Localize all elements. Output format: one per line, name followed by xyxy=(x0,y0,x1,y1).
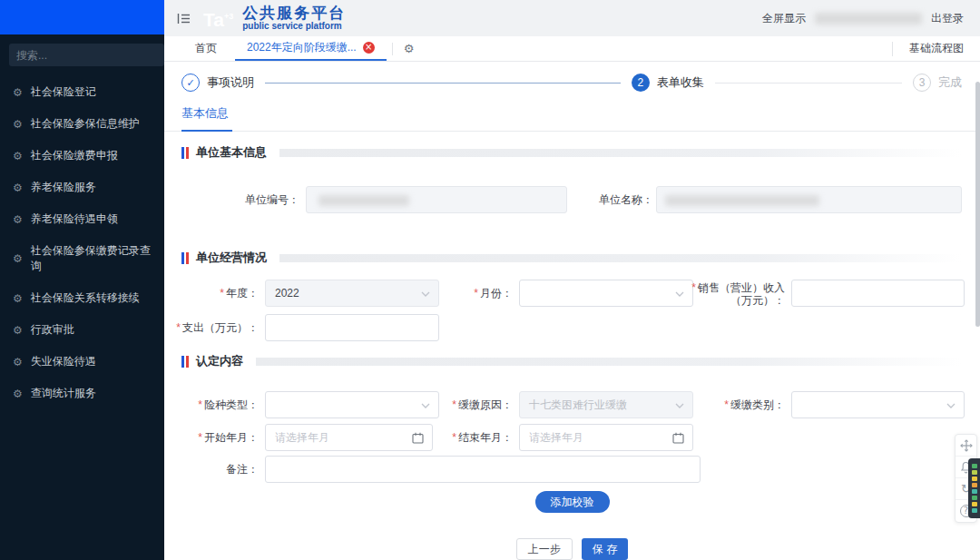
sidebar-item[interactable]: ⚙ 社会保险关系转移接续 xyxy=(0,283,164,313)
expense-input[interactable] xyxy=(266,315,438,340)
section-rule xyxy=(279,254,962,262)
remark-input[interactable] xyxy=(266,457,700,482)
tab-settings-gear-icon[interactable]: ⚙ xyxy=(404,42,415,55)
vertical-scrollbar-thumb[interactable] xyxy=(975,82,980,327)
section-unit-basic-header: 单位基本信息 xyxy=(181,146,962,159)
defer-reason-select[interactable]: 十七类困难行业缓缴 xyxy=(519,391,693,418)
sidebar-item[interactable]: ⚙ 养老保险待遇申领 xyxy=(0,204,164,234)
sidebar-item-label: 养老保险待遇申领 xyxy=(31,211,118,227)
section-unit-operation-header: 单位经营情况 xyxy=(181,251,962,264)
section-unit-basic-title: 单位基本信息 xyxy=(196,144,267,161)
year-label: *年度： xyxy=(164,280,259,307)
expense-input-wrap xyxy=(265,314,439,341)
defer-reason-label: *缓缴原因： xyxy=(400,391,513,418)
tab-bar: 首页 2022年定向阶段缓缴... × ⚙ 基础流程图 xyxy=(164,36,980,62)
save-button[interactable]: 保 存 xyxy=(582,538,628,560)
sidebar-item-label: 社会保险登记 xyxy=(31,84,96,100)
sidebar-item[interactable]: ⚙ 失业保险待遇 xyxy=(0,347,164,377)
tab-basic-info[interactable]: 基本信息 xyxy=(181,102,232,132)
search-input[interactable] xyxy=(9,44,164,66)
defer-category-select[interactable] xyxy=(791,391,965,418)
step-1: ✓ 事项说明 xyxy=(181,74,254,92)
section-rule xyxy=(256,358,962,366)
sidebar-item-label: 社会保险参保信息维护 xyxy=(31,116,140,132)
row-unit-basic: 单位编号： 单位名称： xyxy=(164,186,980,213)
gear-icon: ⚙ xyxy=(13,388,23,399)
defer-category-label: *缓缴类别： xyxy=(672,391,785,418)
colorful-side-badge[interactable] xyxy=(968,458,980,518)
section-bar-icon xyxy=(181,356,189,368)
section-bar-icon xyxy=(181,252,189,264)
end-month-picker[interactable] xyxy=(519,424,693,451)
gear-icon: ⚙ xyxy=(13,151,23,162)
gear-icon: ⚙ xyxy=(13,293,23,304)
month-label: *月份： xyxy=(400,280,513,307)
form-tab-row: 基本信息 xyxy=(164,102,980,132)
sidebar-item-label: 养老保险服务 xyxy=(31,180,96,195)
sidebar-item[interactable]: ⚙ 行政审批 xyxy=(0,315,164,345)
section-determination-header: 认定内容 xyxy=(181,355,962,368)
gear-icon: ⚙ xyxy=(13,357,23,368)
row-operation-2: *支出（万元）： xyxy=(164,314,980,341)
sidebar-item[interactable]: ⚙ 查询统计服务 xyxy=(0,378,164,408)
tab-close-icon[interactable]: × xyxy=(363,42,375,54)
tab-divider xyxy=(392,43,393,55)
remark-label: 备注： xyxy=(164,456,259,483)
sidebar-menu: ⚙ 社会保险登记 ⚙ 社会保险参保信息维护 ⚙ 社会保险缴费申报 ⚙ 养老保险服… xyxy=(0,77,164,408)
add-validation-button[interactable]: 添加校验 xyxy=(535,491,610,513)
sidebar-item-label: 失业保险待遇 xyxy=(31,354,96,369)
start-month-input[interactable] xyxy=(266,425,405,450)
platform-logo: Ta+3 xyxy=(203,7,233,29)
sidebar-item-label: 社会保险参保缴费记录查询 xyxy=(31,243,152,274)
section-bar-icon xyxy=(181,147,189,159)
month-select[interactable] xyxy=(519,280,693,307)
gear-icon: ⚙ xyxy=(13,214,23,225)
gear-icon: ⚙ xyxy=(13,253,23,264)
sidebar-item[interactable]: ⚙ 社会保险参保信息维护 xyxy=(0,109,164,139)
main-area: Ta+3 公共服务平台 public service platform 全屏显示… xyxy=(164,0,980,560)
move-tool-icon[interactable] xyxy=(956,435,976,457)
step-3: 3 完成 xyxy=(913,74,962,92)
section-determination-title: 认定内容 xyxy=(196,353,243,369)
tab-home[interactable]: 首页 xyxy=(177,36,235,61)
remark-input-wrap xyxy=(265,456,701,483)
sidebar-item[interactable]: ⚙ 社会保险登记 xyxy=(0,77,164,107)
row-determination-3: 备注： xyxy=(164,456,980,483)
step-1-check-icon: ✓ xyxy=(181,74,200,92)
gear-icon: ⚙ xyxy=(13,182,23,193)
income-label: *销售（营业）收入 （万元）： xyxy=(672,280,785,307)
app-title: 公共服务平台 xyxy=(242,5,346,22)
previous-step-button[interactable]: 上一步 xyxy=(516,538,573,560)
row-determination-2: *开始年月： *结束年月： xyxy=(164,424,980,451)
logout-button[interactable]: 出登录 xyxy=(931,11,964,26)
end-month-label: *结束年月： xyxy=(400,424,513,451)
step-2-label: 表单收集 xyxy=(657,74,704,91)
sidebar-item-label: 社会保险缴费申报 xyxy=(31,148,118,163)
step-3-number: 3 xyxy=(913,74,931,92)
fullscreen-button[interactable]: 全屏显示 xyxy=(762,11,806,26)
end-month-input[interactable] xyxy=(520,425,665,450)
step-2-number: 2 xyxy=(632,74,650,92)
step-line-wait xyxy=(715,83,902,84)
insurance-type-label: *险种类型： xyxy=(164,391,259,418)
sidebar-item[interactable]: ⚙ 社会保险缴费申报 xyxy=(0,141,164,171)
expense-label: *支出（万元）： xyxy=(164,314,259,341)
section-rule xyxy=(279,149,962,157)
sidebar-item-label: 社会保险关系转移接续 xyxy=(31,290,140,306)
unit-name-label: 单位名称： xyxy=(527,186,653,213)
wizard-stepper: ✓ 事项说明 2 表单收集 3 完成 xyxy=(181,73,962,93)
base-flowchart-link[interactable]: 基础流程图 xyxy=(893,36,980,61)
calendar-icon[interactable] xyxy=(672,432,684,444)
sidebar-logo-block xyxy=(0,0,164,34)
income-input-wrap xyxy=(791,280,965,307)
income-input[interactable] xyxy=(792,280,964,306)
sidebar-item-label: 行政审批 xyxy=(31,322,74,338)
gear-icon: ⚙ xyxy=(13,325,23,336)
tab-active[interactable]: 2022年定向阶段缓缴... × xyxy=(235,36,387,61)
sidebar-item[interactable]: ⚙ 社会保险参保缴费记录查询 xyxy=(0,236,164,281)
section-unit-operation-title: 单位经营情况 xyxy=(196,250,267,266)
app-header: Ta+3 公共服务平台 public service platform 全屏显示… xyxy=(164,0,980,36)
start-month-label: *开始年月： xyxy=(164,424,259,451)
sidebar-item[interactable]: ⚙ 养老保险服务 xyxy=(0,172,164,202)
menu-fold-icon[interactable] xyxy=(177,13,191,25)
